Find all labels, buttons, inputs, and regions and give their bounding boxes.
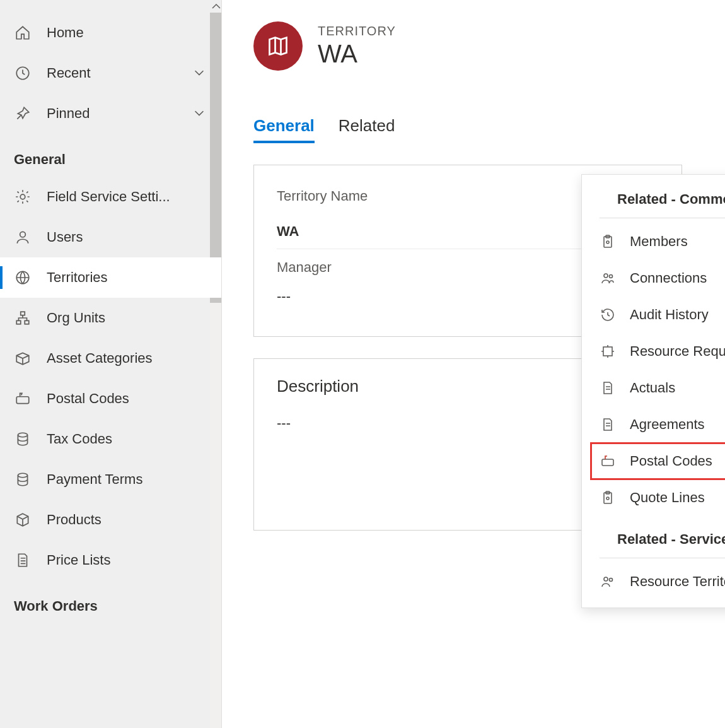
svg-rect-7: [16, 397, 29, 404]
dropdown-item-audit-history[interactable]: Audit History: [582, 296, 725, 333]
tab-related[interactable]: Related: [339, 116, 395, 143]
sidebar-item-recent[interactable]: Recent: [0, 53, 221, 93]
box-open-icon: [14, 349, 32, 367]
clock-icon: [14, 64, 32, 82]
mailbox-icon: [600, 453, 616, 469]
sidebar-item-asset-categories[interactable]: Asset Categories: [0, 338, 221, 379]
main-content: TERRITORY WA General Related Territory N…: [222, 0, 725, 728]
nav-label: Payment Terms: [47, 471, 207, 488]
dropdown-item-label: Audit History: [630, 307, 709, 323]
nav-label: Tax Codes: [47, 431, 207, 447]
chevron-down-icon: [192, 66, 207, 81]
related-dropdown: Related - Common Members Connections Aud…: [581, 174, 725, 608]
dropdown-item-label: Resource Requirements: [630, 343, 725, 360]
map-icon: [267, 35, 289, 57]
svg-point-2: [20, 232, 26, 237]
gear-icon: [14, 188, 32, 206]
sidebar-item-field-service-settings[interactable]: Field Service Setti...: [0, 177, 221, 217]
record-header: TERRITORY WA: [253, 21, 725, 71]
dropdown-item-agreements[interactable]: Agreements: [582, 406, 725, 443]
nav-label: Asset Categories: [47, 350, 207, 367]
form-tabs: General Related: [253, 116, 725, 143]
home-icon: [14, 24, 32, 42]
dropdown-item-resource-territories[interactable]: Resource Territories: [582, 563, 725, 600]
nav-label: Users: [47, 229, 207, 245]
sidebar-item-users[interactable]: Users: [0, 217, 221, 257]
nav-label: Field Service Setti...: [47, 189, 207, 205]
svg-point-21: [610, 578, 613, 582]
svg-point-1: [20, 194, 25, 199]
svg-point-20: [604, 577, 608, 581]
stack-icon: [14, 471, 32, 488]
doc-icon: [600, 416, 616, 433]
entity-avatar: [253, 21, 303, 71]
svg-point-8: [18, 433, 27, 437]
dropdown-section-service: Related - Service: [600, 525, 725, 558]
nav-label: Postal Codes: [47, 390, 207, 407]
entity-type-label: TERRITORY: [318, 24, 396, 38]
svg-point-9: [18, 473, 27, 478]
sidebar: Home Recent Pinned General Field Service…: [0, 0, 222, 728]
sidebar-item-postal-codes[interactable]: Postal Codes: [0, 379, 221, 419]
history-icon: [600, 307, 616, 323]
nav-label: Price Lists: [47, 552, 207, 568]
scroll-up-button[interactable]: [0, 0, 221, 13]
dropdown-item-label: Quote Lines: [630, 490, 705, 506]
cube-icon: [14, 511, 32, 529]
svg-point-14: [610, 275, 613, 278]
stack-icon: [14, 430, 32, 448]
nav-label: Recent: [47, 65, 177, 81]
sidebar-item-payment-terms[interactable]: Payment Terms: [0, 459, 221, 500]
puzzle-icon: [600, 343, 616, 360]
pin-icon: [14, 105, 32, 122]
section-label-general: General: [0, 134, 221, 177]
dropdown-item-connections[interactable]: Connections: [582, 260, 725, 296]
doc-icon: [14, 551, 32, 569]
chevron-down-icon: [192, 106, 207, 121]
user-icon: [14, 228, 32, 246]
dropdown-item-members[interactable]: Members: [582, 223, 725, 260]
svg-rect-5: [16, 320, 21, 324]
svg-rect-4: [21, 312, 25, 315]
dropdown-section-common: Related - Common: [600, 191, 725, 218]
dropdown-item-label: Resource Territories: [630, 573, 725, 590]
dropdown-item-label: Members: [630, 233, 688, 250]
section-label-work-orders: Work Orders: [0, 580, 221, 623]
nav-label: Pinned: [47, 105, 177, 122]
nav-label: Home: [47, 25, 207, 41]
chevron-up-icon: [211, 3, 221, 10]
dropdown-item-label: Postal Codes: [630, 453, 712, 469]
people-icon: [600, 270, 616, 286]
dropdown-item-label: Agreements: [630, 416, 705, 433]
nav-label: Org Units: [47, 310, 207, 326]
clipboard-gear-icon: [600, 490, 616, 506]
svg-point-12: [606, 241, 609, 244]
people-icon: [600, 573, 616, 590]
entity-name: WA: [318, 40, 396, 68]
sidebar-item-territories[interactable]: Territories: [0, 257, 221, 298]
svg-rect-6: [25, 320, 29, 324]
sidebar-item-tax-codes[interactable]: Tax Codes: [0, 419, 221, 459]
mailbox-icon: [14, 390, 32, 408]
nav-label: Products: [47, 512, 207, 528]
tab-general[interactable]: General: [253, 116, 315, 143]
dropdown-item-resource-requirements[interactable]: Resource Requirements: [582, 333, 725, 370]
sidebar-item-products[interactable]: Products: [0, 500, 221, 540]
dropdown-item-quote-lines[interactable]: Quote Lines: [582, 479, 725, 516]
dropdown-item-postal-codes[interactable]: Postal Codes: [591, 443, 725, 479]
svg-rect-15: [603, 347, 612, 356]
sidebar-item-price-lists[interactable]: Price Lists: [0, 540, 221, 580]
dropdown-item-actuals[interactable]: Actuals: [582, 370, 725, 406]
dropdown-item-label: Actuals: [630, 380, 675, 396]
svg-point-19: [606, 497, 609, 500]
dropdown-item-label: Connections: [630, 270, 707, 286]
orgunit-icon: [14, 309, 32, 327]
doc-icon: [600, 380, 616, 396]
globe-icon: [14, 269, 32, 286]
sidebar-item-pinned[interactable]: Pinned: [0, 93, 221, 134]
sidebar-item-home[interactable]: Home: [0, 13, 221, 53]
clipboard-gear-icon: [600, 233, 616, 250]
sidebar-item-org-units[interactable]: Org Units: [0, 298, 221, 338]
svg-point-13: [604, 274, 608, 278]
nav-label: Territories: [47, 269, 207, 286]
